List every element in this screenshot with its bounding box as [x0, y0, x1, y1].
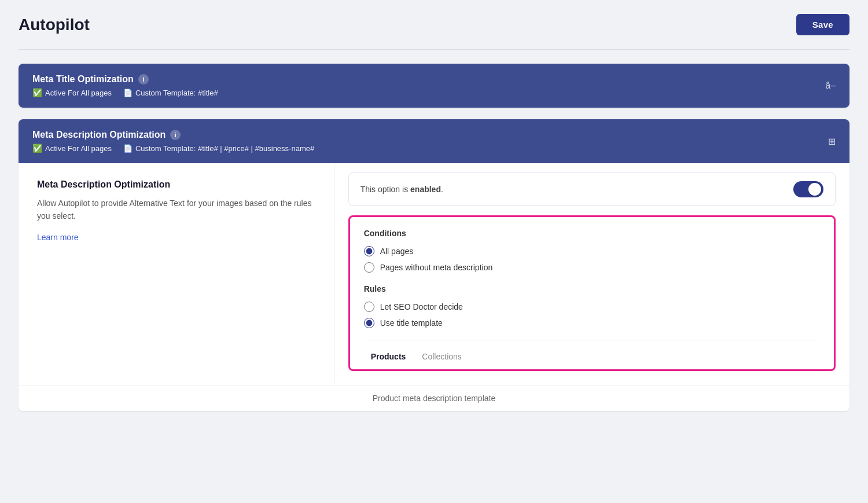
page-title: Autopilot [19, 16, 90, 34]
meta-description-card: Meta Description Optimization i ✅ Active… [19, 119, 849, 411]
header-divider [19, 49, 849, 50]
toggle-slider [793, 181, 823, 197]
bottom-hint-label: Product meta description template [373, 394, 495, 403]
meta-title-meta: ✅ Active For All pages 📄 Custom Template… [32, 88, 218, 97]
sub-tabs: Products Collections [364, 340, 820, 365]
meta-description-collapse-button[interactable]: ⊞ [828, 136, 836, 147]
rule-use-title-radio[interactable] [364, 318, 374, 328]
condition-all-pages-radio[interactable] [364, 246, 374, 256]
condition-pages-without[interactable]: Pages without meta description [364, 262, 820, 273]
meta-description-header-left: Meta Description Optimization i ✅ Active… [32, 130, 314, 153]
meta-title-card: Meta Title Optimization i ✅ Active For A… [19, 64, 849, 108]
enabled-toggle[interactable] [793, 181, 823, 197]
page-wrapper: Autopilot Save Meta Title Optimization i… [0, 0, 868, 503]
rule-let-seo-label: Let SEO Doctor decide [380, 302, 463, 311]
meta-description-header-title: Meta Description Optimization i [32, 130, 314, 140]
content-left: Meta Description Optimization Allow Auto… [19, 163, 334, 385]
save-button[interactable]: Save [796, 14, 849, 35]
rule-use-title-label: Use title template [380, 318, 443, 328]
check-icon: ✅ [32, 88, 42, 97]
learn-more-link[interactable]: Learn more [37, 233, 79, 242]
rule-let-seo[interactable]: Let SEO Doctor decide [364, 302, 820, 312]
bottom-hint: Product meta description template [19, 385, 849, 411]
conditions-radio-group: All pages Pages without meta description [364, 246, 820, 273]
page-header: Autopilot Save [19, 14, 849, 35]
meta-title-active: ✅ Active For All pages [32, 88, 112, 97]
condition-all-pages-label: All pages [380, 247, 414, 256]
meta-description-active: ✅ Active For All pages [32, 144, 112, 153]
meta-title-info-icon[interactable]: i [138, 74, 149, 85]
meta-title-header-title: Meta Title Optimization i [32, 74, 218, 85]
rules-radio-group: Let SEO Doctor decide Use title template [364, 302, 820, 328]
meta-title-template: 📄 Custom Template: #title# [123, 89, 218, 97]
tab-collections[interactable]: Collections [415, 348, 468, 365]
meta-description-header: Meta Description Optimization i ✅ Active… [19, 119, 849, 163]
conditions-title: Conditions [364, 229, 820, 238]
meta-description-template: 📄 Custom Template: #title# | #price# | #… [123, 144, 314, 153]
content-right: This option is enabled. Conditions All [334, 163, 849, 385]
meta-description-label: Meta Description Optimization [32, 130, 165, 140]
tab-products[interactable]: Products [364, 348, 413, 365]
condition-pages-without-radio[interactable] [364, 262, 374, 273]
meta-title-header: Meta Title Optimization i ✅ Active For A… [19, 64, 849, 108]
content-left-title: Meta Description Optimization [37, 179, 315, 190]
condition-pages-without-label: Pages without meta description [380, 263, 493, 272]
meta-description-info-icon[interactable]: i [170, 130, 181, 140]
meta-title-collapse-button[interactable]: â– [825, 80, 836, 91]
conditions-box: Conditions All pages Pages without meta … [348, 215, 836, 371]
condition-all-pages[interactable]: All pages [364, 246, 820, 256]
meta-description-content: Meta Description Optimization Allow Auto… [19, 163, 849, 385]
meta-title-header-left: Meta Title Optimization i ✅ Active For A… [32, 74, 218, 97]
toggle-row: This option is enabled. [348, 172, 836, 206]
check-icon-2: ✅ [32, 144, 42, 153]
rule-use-title[interactable]: Use title template [364, 318, 820, 328]
doc-icon-2: 📄 [123, 144, 133, 153]
meta-description-meta: ✅ Active For All pages 📄 Custom Template… [32, 144, 314, 153]
content-left-desc: Allow Autopilot to provide Alternative T… [37, 197, 315, 223]
doc-icon: 📄 [123, 89, 133, 97]
rules-title: Rules [364, 284, 820, 293]
rule-let-seo-radio[interactable] [364, 302, 374, 312]
toggle-text: This option is enabled. [361, 185, 443, 194]
meta-title-label: Meta Title Optimization [32, 74, 134, 85]
